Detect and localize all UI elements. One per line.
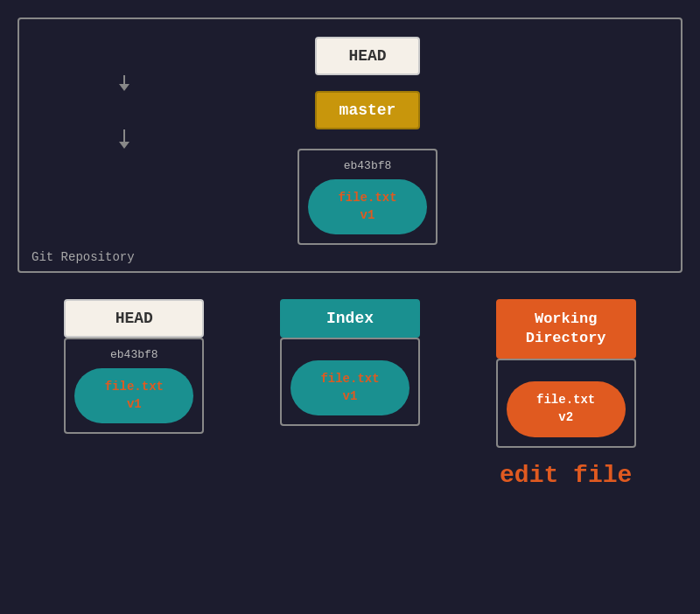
bottom-index-blob: file.txt v1: [290, 360, 410, 415]
bottom-head-label: HEAD: [116, 310, 153, 327]
workdir-spacer: [507, 369, 626, 381]
master-label: master: [340, 101, 396, 119]
bottom-workdir-file-line2: v2: [558, 410, 573, 424]
bottom-section: HEAD eb43bf8 file.txt v1 Index file.txt …: [18, 299, 682, 488]
git-repo-label: Git Repository: [32, 250, 135, 264]
bottom-head-blob: file.txt v1: [74, 368, 193, 423]
bottom-index-file-line2: v1: [343, 389, 358, 403]
head-label-top: HEAD: [348, 47, 386, 65]
connector-line-2: [123, 129, 125, 142]
bottom-index-commit-box: file.txt v1: [280, 338, 420, 426]
git-repo-section: HEAD master eb43bf8 file.txt v1: [18, 17, 682, 273]
bottom-workdir-header: Working Directory: [496, 299, 636, 359]
bottom-index-file-line1: file.txt: [320, 372, 379, 386]
bottom-workdir-line2: Directory: [526, 330, 606, 346]
bottom-index-label: Index: [326, 310, 374, 327]
file-blob-top: file.txt v1: [308, 179, 427, 234]
bottom-workdir-file-line1: file.txt: [536, 393, 595, 407]
bottom-head-hash: eb43bf8: [74, 348, 193, 361]
bottom-head-header: HEAD: [64, 299, 204, 338]
index-spacer: [290, 348, 410, 360]
file-blob-line2-top: v1: [360, 208, 375, 222]
head-master-connector: [72, 75, 177, 91]
top-inner: HEAD master eb43bf8 file.txt v1: [37, 37, 663, 245]
bottom-col-index: Index file.txt v1: [242, 299, 458, 426]
bottom-index-header: Index: [280, 299, 420, 338]
file-blob-line1-top: file.txt: [338, 191, 396, 205]
bottom-workdir-commit-box: file.txt v2: [496, 359, 636, 447]
bottom-workdir-blob: file.txt v2: [507, 381, 626, 436]
bottom-col-head: HEAD eb43bf8 file.txt v1: [26, 299, 242, 434]
commit-hash-top: eb43bf8: [308, 159, 427, 172]
main-container: HEAD master eb43bf8 file.txt v1: [0, 0, 700, 614]
bottom-head-commit-box: eb43bf8 file.txt v1: [64, 338, 204, 434]
bottom-head-file-line1: file.txt: [105, 380, 164, 394]
arrow-2: [119, 142, 130, 149]
connector-line-1: [123, 75, 125, 84]
edit-file-label: edit file: [500, 462, 632, 489]
bottom-workdir-line1: Working: [535, 310, 597, 327]
master-commit-connector: [72, 129, 177, 149]
bottom-head-file-line2: v1: [127, 397, 142, 411]
head-box-top: HEAD: [315, 37, 420, 75]
arrow-1: [119, 84, 130, 91]
bottom-col-workdir: Working Directory file.txt v2 edit file: [458, 299, 674, 488]
commit-box-top: eb43bf8 file.txt v1: [298, 149, 438, 245]
master-box: master: [315, 91, 420, 129]
